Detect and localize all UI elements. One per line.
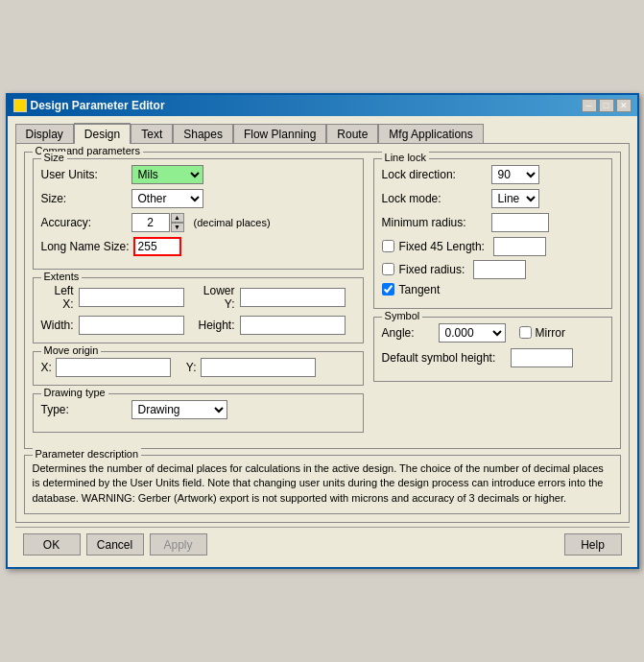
tab-bar: Display Design Text Shapes Flow Planning… [15, 122, 630, 143]
symbol-group: Symbol Angle: 0.000 90.000 180.000 270.0… [373, 317, 612, 382]
size-label: Size: [41, 192, 128, 205]
default-height-input[interactable]: 150.00 [511, 348, 573, 367]
x-input[interactable]: 0.00 [56, 358, 171, 377]
move-origin-row: X: 0.00 Y: 0.00 [41, 358, 355, 377]
tangent-label: Tangent [399, 283, 441, 296]
user-units-label: User Units: [41, 168, 128, 181]
drawing-type-title: Drawing type [41, 387, 108, 398]
size-group: Size User Units: Mils Microns Inches MM [33, 158, 364, 270]
x-label: X: [41, 361, 52, 374]
window-body: Display Design Text Shapes Flow Planning… [8, 116, 637, 567]
help-button[interactable]: Help [564, 533, 622, 556]
tab-design[interactable]: Design [74, 123, 131, 144]
description-title: Parameter description [33, 448, 142, 460]
title-bar-buttons: ─ □ ✕ [582, 99, 632, 112]
type-select[interactable]: Drawing Schematic Symbol [131, 400, 227, 419]
angle-select[interactable]: 0.000 90.000 180.000 270.000 [439, 323, 506, 343]
extents-title: Extents [41, 271, 83, 282]
mirror-label: Mirror [536, 326, 565, 340]
left-x-input[interactable]: -4000.00 [79, 288, 184, 307]
window-title: Design Parameter Editor [31, 99, 165, 112]
fixed45-input[interactable]: 25.00 [493, 237, 546, 256]
height-label: Height: [199, 319, 235, 332]
size-select[interactable]: Other A B [131, 189, 203, 208]
close-button[interactable]: ✕ [616, 99, 632, 112]
title-bar-left: Design Parameter Editor [13, 99, 165, 112]
y-pair: Y: 0.00 [186, 358, 316, 377]
user-units-row: User Units: Mils Microns Inches MM [41, 165, 355, 184]
title-bar: Design Parameter Editor ─ □ ✕ [8, 95, 637, 116]
width-input[interactable]: 18000.00 [79, 316, 184, 335]
move-origin-group: Move origin X: 0.00 Y: 0.00 [33, 351, 364, 386]
y-label: Y: [186, 361, 197, 374]
left-column: Size User Units: Mils Microns Inches MM [33, 158, 364, 440]
drawing-type-row: Type: Drawing Schematic Symbol [41, 400, 355, 419]
accuracy-spin-up[interactable]: ▲ [171, 213, 184, 223]
apply-button[interactable]: Apply [150, 533, 207, 556]
bottom-bar: OK Cancel Apply Help [15, 527, 630, 559]
lock-direction-select[interactable]: 90 45 30 [491, 165, 539, 184]
main-window: Design Parameter Editor ─ □ ✕ Display De… [6, 93, 639, 569]
right-column: Line lock Lock direction: 90 45 30 [373, 158, 612, 440]
accuracy-suffix: (decimal places) [194, 217, 271, 228]
tab-route[interactable]: Route [326, 124, 378, 144]
fixed-radius-input[interactable]: 25.00 [473, 260, 526, 279]
tab-shapes[interactable]: Shapes [173, 124, 233, 144]
tangent-row: Tangent [382, 283, 604, 296]
accuracy-spin-down[interactable]: ▼ [171, 223, 184, 232]
angle-label: Angle: [382, 326, 435, 340]
long-name-input[interactable]: 255 [133, 237, 181, 256]
default-height-label: Default symbol height: [382, 351, 507, 365]
tab-mfg-applications[interactable]: Mfg Applications [378, 124, 483, 144]
drawing-type-group: Drawing type Type: Drawing Schematic Sym… [33, 393, 364, 433]
cancel-button[interactable]: Cancel [86, 533, 144, 556]
accuracy-spinbox: 2 ▲ ▼ [131, 213, 184, 232]
fixed-radius-label: Fixed radius: [399, 263, 465, 276]
extents-grid: Left X: -4000.00 Lower Y: -4000.00 Width… [41, 284, 355, 335]
description-box: Parameter description Determines the num… [24, 455, 621, 514]
accuracy-input[interactable]: 2 [131, 213, 170, 232]
left-x-label: Left X: [41, 284, 74, 311]
line-lock-group: Line lock Lock direction: 90 45 30 [373, 158, 612, 309]
ok-button[interactable]: OK [23, 533, 81, 556]
size-row: Size: Other A B [41, 189, 355, 208]
fixed-radius-row: Fixed radius: 25.00 [382, 260, 604, 279]
fixed-radius-checkbox[interactable] [382, 263, 394, 275]
symbol-title: Symbol [382, 310, 423, 321]
description-text: Determines the number of decimal places … [33, 461, 612, 506]
lower-y-label: Lower Y: [199, 284, 235, 311]
width-label: Width: [41, 319, 74, 332]
tab-flow-planning[interactable]: Flow Planning [233, 124, 326, 144]
min-radius-row: Minimum radius: 0.00 [382, 213, 604, 232]
tab-content: Command parameters Size User Units: Mils [15, 143, 630, 523]
min-radius-input[interactable]: 0.00 [491, 213, 549, 232]
y-input[interactable]: 0.00 [201, 358, 316, 377]
line-lock-title: Line lock [382, 152, 429, 163]
accuracy-row: Accuracy: 2 ▲ ▼ (decimal places) [41, 213, 355, 232]
extents-group: Extents Left X: -4000.00 Lower Y: -4000.… [33, 277, 364, 343]
mirror-checkbox[interactable] [519, 326, 532, 339]
minimize-button[interactable]: ─ [582, 99, 597, 112]
tangent-checkbox[interactable] [382, 283, 394, 296]
lock-mode-row: Lock mode: Line Arc [382, 189, 604, 208]
x-pair: X: 0.00 [41, 358, 171, 377]
default-height-row: Default symbol height: 150.00 [382, 348, 604, 367]
two-col-layout: Size User Units: Mils Microns Inches MM [33, 158, 612, 440]
bottom-left-buttons: OK Cancel Apply [23, 533, 207, 556]
height-input[interactable]: 12000.00 [240, 316, 346, 335]
type-label: Type: [41, 403, 128, 416]
app-icon [13, 99, 27, 112]
min-radius-label: Minimum radius: [382, 216, 488, 229]
accuracy-spin-buttons: ▲ ▼ [171, 213, 184, 232]
long-name-row: Long Name Size: 255 [41, 237, 355, 256]
lower-y-input[interactable]: -4000.00 [240, 288, 346, 307]
fixed45-checkbox[interactable] [382, 240, 394, 252]
tab-text[interactable]: Text [131, 124, 173, 144]
accuracy-label: Accuracy: [41, 216, 128, 229]
user-units-select[interactable]: Mils Microns Inches MM [131, 165, 203, 184]
tab-display[interactable]: Display [15, 124, 74, 144]
maximize-button[interactable]: □ [599, 99, 614, 112]
lock-mode-select[interactable]: Line Arc [491, 189, 539, 208]
size-group-title: Size [41, 152, 67, 163]
move-origin-title: Move origin [41, 344, 102, 356]
